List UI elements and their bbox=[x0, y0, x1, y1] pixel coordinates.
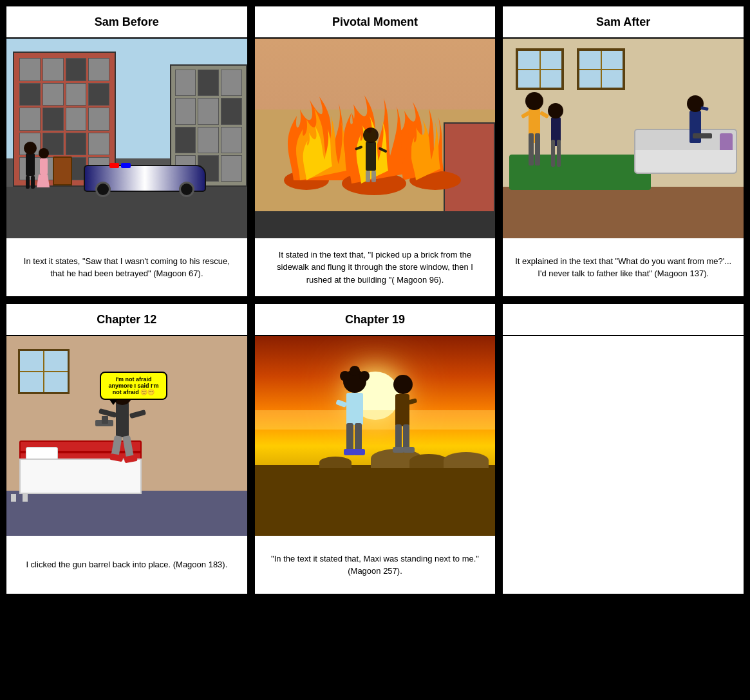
svg-rect-30 bbox=[116, 402, 129, 437]
svg-rect-18 bbox=[535, 133, 540, 166]
row-2: Chapter 12 bbox=[5, 303, 745, 595]
header-ch19: Chapter 19 bbox=[255, 304, 496, 336]
svg-point-11 bbox=[363, 128, 379, 143]
svg-point-50 bbox=[393, 375, 413, 394]
svg-rect-55 bbox=[403, 447, 415, 453]
cell-sam-after: Sam After bbox=[502, 5, 745, 298]
svg-point-41 bbox=[340, 371, 350, 381]
scene-ch19-image bbox=[255, 336, 496, 536]
svg-rect-10 bbox=[366, 142, 376, 171]
people-group bbox=[516, 75, 735, 191]
svg-rect-3 bbox=[31, 176, 35, 189]
scene-fire-image bbox=[255, 39, 496, 238]
cell-ch12: Chapter 12 bbox=[5, 303, 248, 595]
scene-sam-before-image bbox=[6, 39, 247, 238]
svg-rect-14 bbox=[366, 171, 370, 182]
svg-rect-28 bbox=[693, 133, 712, 138]
ground bbox=[255, 465, 496, 536]
road bbox=[6, 187, 247, 238]
svg-rect-45 bbox=[346, 423, 353, 452]
svg-rect-24 bbox=[557, 140, 561, 167]
svg-rect-2 bbox=[26, 176, 30, 189]
svg-point-43 bbox=[350, 366, 360, 376]
text-sam-after: It explained in the text that "What do y… bbox=[503, 238, 744, 296]
svg-rect-36 bbox=[109, 453, 123, 462]
storyboard: Sam Before bbox=[0, 0, 750, 600]
header-sam-before: Sam Before bbox=[6, 6, 247, 39]
text-ch12: I clicked the gun barrel back into place… bbox=[6, 536, 247, 594]
cell-sam-before: Sam Before bbox=[5, 5, 248, 298]
svg-rect-54 bbox=[393, 447, 404, 453]
cell-ch19: Chapter 19 bbox=[254, 303, 497, 595]
svg-point-27 bbox=[687, 95, 704, 112]
svg-rect-17 bbox=[529, 133, 534, 166]
svg-point-25 bbox=[548, 103, 563, 118]
police-car bbox=[84, 150, 206, 192]
rock-far-right bbox=[444, 452, 489, 468]
svg-rect-21 bbox=[539, 111, 549, 118]
svg-rect-15 bbox=[371, 171, 376, 182]
svg-rect-29 bbox=[700, 106, 709, 111]
svg-rect-49 bbox=[335, 399, 347, 408]
svg-rect-23 bbox=[551, 140, 555, 167]
header-empty bbox=[503, 304, 744, 336]
text-sam-before: In text it states, "Saw that I wasn't co… bbox=[6, 238, 247, 296]
svg-rect-48 bbox=[353, 449, 365, 455]
svg-rect-35 bbox=[122, 435, 134, 459]
svg-rect-44 bbox=[346, 393, 363, 425]
svg-rect-33 bbox=[129, 410, 146, 419]
svg-point-42 bbox=[359, 371, 370, 381]
cell-empty bbox=[502, 303, 745, 595]
svg-rect-4 bbox=[40, 158, 48, 175]
svg-rect-46 bbox=[355, 423, 362, 452]
header-sam-after: Sam After bbox=[503, 6, 744, 39]
header-pivotal: Pivotal Moment bbox=[255, 6, 496, 39]
scene-ch12-image: I'm not afraid anymore I said I'm not af… bbox=[6, 336, 247, 536]
svg-marker-6 bbox=[37, 175, 50, 187]
bedroom-window bbox=[18, 349, 70, 394]
svg-rect-51 bbox=[395, 394, 409, 426]
row-1: Sam Before bbox=[5, 5, 745, 298]
svg-point-5 bbox=[39, 148, 49, 158]
speech-bubble: I'm not afraid anymore I said I'm not af… bbox=[100, 372, 167, 400]
svg-point-19 bbox=[525, 92, 543, 110]
svg-rect-39 bbox=[102, 416, 108, 424]
fire-svg bbox=[261, 64, 493, 213]
cell-pivotal: Pivotal Moment bbox=[254, 5, 497, 298]
text-empty bbox=[503, 536, 744, 594]
text-ch19: "In the text it stated that, Maxi was st… bbox=[255, 536, 496, 594]
header-ch12: Chapter 12 bbox=[6, 304, 247, 336]
text-pivotal: It stated in the text that, "I picked up… bbox=[255, 238, 496, 296]
scene-empty-image bbox=[503, 336, 744, 536]
figure-group-left bbox=[19, 140, 58, 192]
scene-sam-after-image bbox=[503, 39, 744, 238]
svg-rect-0 bbox=[26, 153, 35, 176]
svg-point-1 bbox=[24, 142, 37, 155]
ch19-figures bbox=[319, 362, 448, 471]
